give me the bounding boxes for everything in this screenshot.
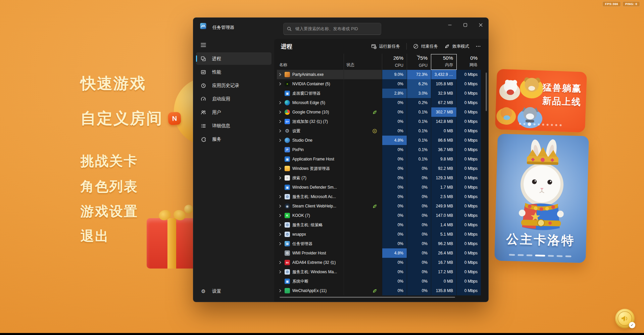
expand-chevron[interactable]	[278, 176, 282, 180]
sidebar-item-processes[interactable]: 进程	[196, 52, 271, 65]
maximize-button[interactable]	[457, 18, 473, 32]
process-row[interactable]: ●NVIDIA Container (5)0%6.2%105.8 MB0 Mbp…	[274, 79, 488, 89]
process-cpu-cell: 2.8%	[382, 89, 407, 98]
efficiency-mode-button[interactable]: 效率模式	[444, 44, 469, 49]
process-row[interactable]: ▦任务管理器0%0%96.2 MB0 Mbps	[274, 239, 488, 248]
game-menu-item-4[interactable]: 角色列表	[81, 177, 138, 196]
process-row[interactable]: PartyAnimals.exe9.0%72.3%3,432.9 …0 Mbps	[274, 70, 488, 79]
expand-chevron[interactable]	[278, 195, 282, 198]
game-menu-item-2[interactable]: 自定义房间N	[81, 108, 181, 129]
hamburger-menu-button[interactable]	[197, 40, 209, 50]
process-row[interactable]: ◉Steam Client WebHelp...0%0%249.9 MB0 Mb…	[274, 201, 488, 211]
expand-chevron[interactable]	[278, 110, 282, 114]
carousel-dash[interactable]	[517, 254, 524, 256]
carousel-dot[interactable]	[542, 124, 544, 126]
process-net-cell: 0 Mbps	[456, 89, 481, 98]
carousel-dash[interactable]	[509, 254, 515, 256]
process-row[interactable]: ⚙服务主机: Windows Ma...0%0%17.2 MB0 Mbps	[274, 267, 488, 277]
process-row[interactable]: Windows 资源管理器0%0%92.2 MB0 Mbps	[274, 164, 488, 173]
expand-chevron[interactable]	[278, 73, 282, 76]
expand-chevron[interactable]	[278, 120, 282, 123]
carousel-dot[interactable]	[519, 123, 521, 125]
announcement-coin-button[interactable]: ✓	[615, 309, 635, 328]
game-menu-item-5[interactable]: 游戏设置	[81, 202, 138, 221]
process-row[interactable]: ○搜索 (7)0%0%129.3 MB0 Mbps	[274, 173, 488, 183]
more-options-button[interactable]	[476, 44, 481, 49]
expand-chevron[interactable]	[278, 129, 282, 133]
process-row[interactable]: ⚙服务主机: 组策略0%0%1.4 MB0 Mbps	[274, 220, 488, 230]
carousel-dash[interactable]	[548, 255, 554, 257]
process-row[interactable]: ⚙WMI Provider Host4.8%0%26.4 MB0 Mbps	[274, 248, 488, 258]
process-row[interactable]: ⚙设置0%0.1%0 MB0 Mbps	[274, 126, 488, 136]
expand-chevron[interactable]	[278, 204, 282, 208]
ping-badge: PING: 0	[623, 1, 640, 7]
carousel-dot[interactable]	[546, 124, 548, 126]
column-header-memory[interactable]: 50% 内存	[431, 54, 456, 70]
expand-chevron[interactable]	[278, 261, 282, 264]
process-row[interactable]: WeChatAppEx (11)0%0%135.8 MB0 Mbps	[274, 286, 488, 295]
horizontal-scrollbar[interactable]	[280, 297, 455, 298]
titlebar[interactable]: 任务管理器	[193, 18, 488, 39]
search-input[interactable]	[295, 26, 378, 32]
carousel-dot[interactable]	[533, 123, 535, 125]
column-header-cpu[interactable]: 26% CPU	[382, 54, 407, 70]
process-row[interactable]: G+游戏加加 (32 位) (7)0%0.1%142.8 MB0 Mbps	[274, 117, 488, 126]
process-row[interactable]: Microsoft Edge (5)0%0.2%67.2 MB0 Mbps	[274, 98, 488, 107]
sidebar-item-users[interactable]: 用户	[196, 106, 271, 118]
close-button[interactable]	[473, 18, 488, 32]
process-row[interactable]: Studio One4.8%0.1%86.6 MB0 Mbps	[274, 136, 488, 145]
sidebar-item-settings[interactable]: ⚙ 设置	[196, 285, 271, 297]
carousel-dot[interactable]	[559, 124, 561, 126]
column-header-name[interactable]: 名称	[277, 54, 344, 70]
carousel-dash[interactable]	[526, 254, 532, 256]
minimize-button[interactable]	[442, 18, 457, 32]
column-header-network[interactable]: 0% 网络	[456, 54, 481, 70]
expand-chevron[interactable]	[278, 233, 282, 236]
carousel-dot[interactable]	[528, 123, 531, 126]
process-row[interactable]: ▣Application Frame Host0%0.1%9.8 MB0 Mbp…	[274, 154, 488, 164]
expand-chevron[interactable]	[278, 214, 282, 217]
sidebar-item-performance[interactable]: 性能	[196, 66, 271, 78]
carousel-dot[interactable]	[538, 124, 540, 126]
process-row[interactable]: PPixPin0%0.1%36.7 MB0 Mbps	[274, 145, 488, 154]
vertical-scrollbar[interactable]	[486, 73, 487, 111]
game-menu-item-3[interactable]: 挑战关卡	[81, 152, 138, 170]
sidebar-item-services[interactable]: 服务	[196, 133, 271, 145]
process-row[interactable]: 64AIDA64 Extreme (32 位)0%0%16.7 MB0 Mbps	[274, 258, 488, 267]
expand-chevron[interactable]	[278, 270, 282, 274]
expand-chevron[interactable]	[278, 139, 282, 142]
process-row[interactable]: KKOOK (7)0%0%147.0 MB0 Mbps	[274, 211, 488, 220]
process-row[interactable]: ⚙wsappx0%0%5.1 MB0 Mbps	[274, 230, 488, 239]
process-row[interactable]: ▣桌面窗口管理器2.8%3.0%32.9 MB0 Mbps	[274, 89, 488, 98]
expand-chevron[interactable]	[278, 101, 282, 104]
expand-chevron[interactable]	[278, 289, 282, 292]
search-box[interactable]	[283, 23, 381, 35]
process-row[interactable]: ▣Windows Defender Sm...0%0%1.7 MB0 Mbps	[274, 183, 488, 192]
game-menu-item-6[interactable]: 退出	[81, 227, 109, 245]
column-header-status[interactable]: 状态	[344, 54, 382, 70]
carousel-dot[interactable]	[555, 124, 557, 126]
end-task-button[interactable]: 结束任务	[413, 44, 438, 49]
carousel-dot[interactable]	[551, 124, 553, 126]
game-menu-item-1[interactable]: 快速游戏	[81, 73, 146, 94]
expand-chevron[interactable]	[278, 223, 282, 227]
hamburger-icon	[201, 43, 206, 47]
promo-card-princess[interactable]: 公主卡洛特	[494, 134, 589, 263]
carousel-dash[interactable]	[556, 255, 562, 257]
promo-card-beasts[interactable]: 猛兽躺赢 新品上线	[495, 69, 587, 132]
expand-chevron[interactable]	[278, 242, 282, 245]
expand-chevron[interactable]	[278, 82, 282, 86]
run-new-task-button[interactable]: 运行新任务	[371, 44, 400, 49]
process-row[interactable]: ▣系统中断0%0%0 MB0 Mbps	[274, 277, 488, 286]
sidebar-item-details[interactable]: 详细信息	[196, 119, 271, 132]
carousel-dash[interactable]	[565, 255, 571, 257]
process-gpu-cell: 72.3%	[407, 70, 431, 79]
sidebar-item-history[interactable]: 应用历史记录	[196, 79, 271, 92]
process-row[interactable]: ●Google Chrome (10)0%0.1%302.7 MB0 Mbps	[274, 107, 488, 117]
carousel-dot[interactable]	[523, 123, 525, 125]
process-cpu-cell: 0%	[382, 258, 407, 267]
process-row[interactable]: ⚙服务主机: Microsoft Ac...0%0%2.5 MB0 Mbps	[274, 192, 488, 201]
expand-chevron[interactable]	[278, 167, 282, 170]
carousel-dash[interactable]	[535, 255, 545, 257]
sidebar-item-startup[interactable]: 启动应用	[196, 93, 271, 105]
